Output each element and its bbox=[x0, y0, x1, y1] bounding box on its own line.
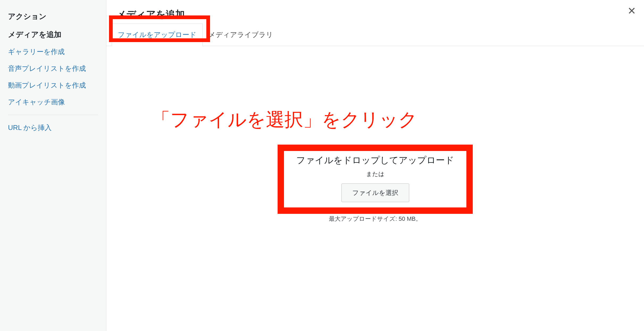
tabs: ファイルをアップロード メディアライブラリ bbox=[106, 25, 644, 46]
sidebar-actions-heading: アクション bbox=[8, 11, 98, 22]
sidebar-item-featured-image[interactable]: アイキャッチ画像 bbox=[8, 97, 98, 107]
sidebar-item-create-gallery[interactable]: ギャラリーを作成 bbox=[8, 47, 98, 56]
sidebar-item-create-audio-playlist[interactable]: 音声プレイリストを作成 bbox=[8, 64, 98, 73]
sidebar-divider bbox=[8, 115, 98, 115]
sidebar-item-create-video-playlist[interactable]: 動画プレイリストを作成 bbox=[8, 81, 98, 90]
close-icon[interactable]: ✕ bbox=[628, 6, 636, 16]
main-panel: メディアを追加 ファイルをアップロード メディアライブラリ 「ファイルを選択」を… bbox=[106, 0, 644, 331]
tab-media-library[interactable]: メディアライブラリ bbox=[203, 24, 279, 46]
annotation-text: 「ファイルを選択」をクリック bbox=[152, 107, 417, 132]
dropzone[interactable]: ファイルをドロップしてアップロード または ファイルを選択 bbox=[280, 147, 470, 211]
dropzone-or: または bbox=[296, 170, 454, 178]
max-upload-size: 最大アップロードサイズ: 50 MB。 bbox=[280, 215, 470, 223]
sidebar-item-insert-from-url[interactable]: URL から挿入 bbox=[8, 123, 98, 132]
upload-area: 「ファイルを選択」をクリック ファイルをドロップしてアップロード または ファイ… bbox=[106, 46, 644, 331]
add-media-modal: アクション メディアを追加 ギャラリーを作成 音声プレイリストを作成 動画プレイ… bbox=[0, 0, 644, 331]
tab-upload-files[interactable]: ファイルをアップロード bbox=[112, 23, 203, 46]
main-title: メディアを追加 bbox=[116, 8, 644, 21]
dropzone-title: ファイルをドロップしてアップロード bbox=[296, 154, 454, 166]
dropzone-wrapper: ファイルをドロップしてアップロード または ファイルを選択 最大アップロードサイ… bbox=[280, 147, 470, 223]
sidebar: アクション メディアを追加 ギャラリーを作成 音声プレイリストを作成 動画プレイ… bbox=[0, 0, 106, 331]
sidebar-add-media-heading: メディアを追加 bbox=[8, 30, 98, 40]
select-files-button[interactable]: ファイルを選択 bbox=[341, 183, 409, 202]
